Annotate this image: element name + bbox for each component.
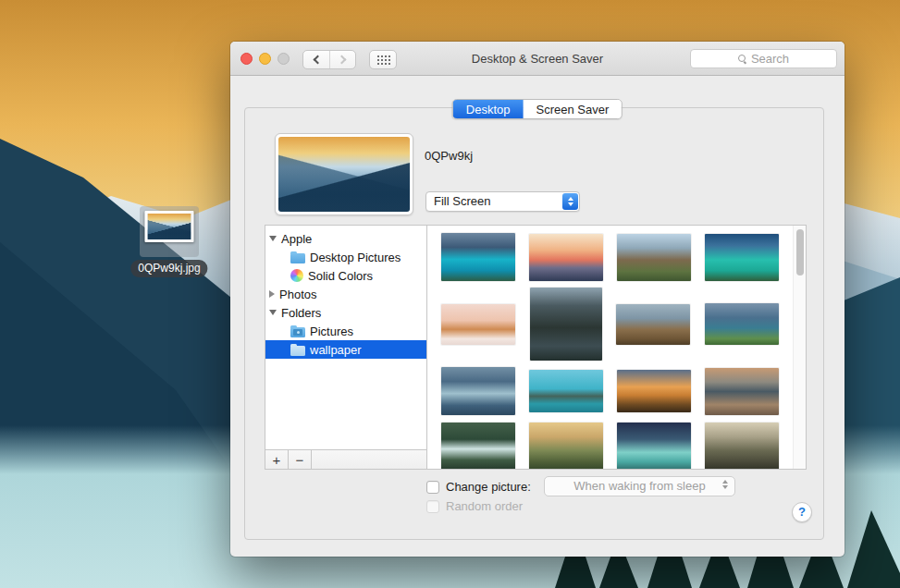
help-button[interactable]: ? xyxy=(792,502,812,522)
sidebar-group-apple[interactable]: Apple xyxy=(265,229,426,248)
titlebar[interactable]: Desktop & Screen Saver Search xyxy=(230,42,845,76)
disclosure-down-icon[interactable] xyxy=(269,236,277,241)
camera-glyph xyxy=(293,329,302,336)
grid-scrollbar[interactable] xyxy=(793,226,806,469)
folder-icon xyxy=(290,346,305,356)
source-list: Apple Desktop Pictures Solid Colors xyxy=(265,226,426,449)
change-picture-checkbox[interactable] xyxy=(426,481,439,494)
chevron-left-icon xyxy=(314,55,323,65)
search-placeholder: Search xyxy=(751,52,789,66)
wallpaper-thumbnail[interactable] xyxy=(441,423,515,469)
grid-row xyxy=(427,233,793,281)
group-label: Folders xyxy=(281,306,321,320)
tab-screen-saver[interactable]: Screen Saver xyxy=(523,100,622,118)
sidebar-footer: + − xyxy=(265,449,426,469)
current-wallpaper-well xyxy=(275,133,413,215)
wallpaper-thumbnail[interactable] xyxy=(530,288,602,361)
disclosure-down-icon[interactable] xyxy=(269,310,277,315)
sidebar-item-solid-colors[interactable]: Solid Colors xyxy=(265,266,426,285)
wallpaper-thumbnail[interactable] xyxy=(705,423,779,469)
wallpaper-thumbnail[interactable] xyxy=(617,423,691,469)
grid-row xyxy=(427,423,793,469)
wallpaper-thumbnail[interactable] xyxy=(441,304,515,345)
forward-button xyxy=(329,51,355,68)
minimize-button[interactable] xyxy=(259,53,271,65)
chevron-up-icon xyxy=(568,197,573,201)
desktop-file-thumbnail xyxy=(145,211,194,242)
desktop-file-label[interactable]: 0QPw9kj.jpg xyxy=(130,260,207,277)
close-button[interactable] xyxy=(240,53,253,65)
chevron-up-icon xyxy=(722,480,728,484)
history-nav xyxy=(302,50,356,69)
source-browser: Apple Desktop Pictures Solid Colors xyxy=(265,225,807,470)
source-sidebar: Apple Desktop Pictures Solid Colors xyxy=(265,226,427,469)
remove-folder-button[interactable]: − xyxy=(289,450,312,469)
sidebar-item-pictures[interactable]: Pictures xyxy=(265,322,426,340)
wallpaper-thumbnail[interactable] xyxy=(705,234,779,281)
tab-desktop[interactable]: Desktop xyxy=(453,100,524,118)
scale-mode-popup[interactable]: Fill Screen xyxy=(425,191,580,212)
group-label: Apple xyxy=(281,232,312,246)
current-wallpaper-preview xyxy=(278,137,410,212)
desktop-screensaver-window: Desktop & Screen Saver Search Desktop Sc… xyxy=(230,42,845,557)
sidebar-group-photos[interactable]: Photos xyxy=(265,285,426,303)
grid-row xyxy=(427,367,793,415)
desktop: 0QPw9kj.jpg Desktop & Screen Saver Sea xyxy=(0,0,900,588)
add-folder-button[interactable]: + xyxy=(265,450,289,469)
group-label: Photos xyxy=(279,288,316,301)
scale-mode-value: Fill Screen xyxy=(434,194,490,208)
wallpaper-name-label: 0QPw9kj xyxy=(425,149,473,163)
grid-row xyxy=(427,288,793,361)
desktop-file-icon[interactable] xyxy=(140,206,199,257)
wallpaper-thumbnail[interactable] xyxy=(529,234,603,281)
show-all-button[interactable] xyxy=(369,50,397,69)
random-order-label: Random order xyxy=(446,499,523,513)
wallpaper-thumbnail[interactable] xyxy=(529,370,603,412)
zoom-button xyxy=(277,53,290,65)
folder-icon xyxy=(290,253,305,263)
random-order-checkbox xyxy=(426,500,439,513)
wallpaper-thumbnail[interactable] xyxy=(617,234,691,281)
change-picture-label: Change picture: xyxy=(446,480,531,494)
change-picture-row: Change picture: xyxy=(426,480,531,494)
disclosure-right-icon[interactable] xyxy=(269,290,275,298)
chevron-down-icon xyxy=(722,485,728,489)
tab-bar: Desktop Screen Saver xyxy=(452,99,623,119)
scrollbar-thumb[interactable] xyxy=(796,229,804,276)
sidebar-item-wallpaper[interactable]: wallpaper xyxy=(265,340,426,359)
desktop-pane: 0QPw9kj Fill Screen Apple xyxy=(244,107,824,540)
wallpaper-thumbnail[interactable] xyxy=(705,368,779,415)
wallpaper-thumbnail[interactable] xyxy=(441,233,515,281)
chevron-down-icon xyxy=(568,202,573,206)
popup-stepper-icon xyxy=(722,480,728,489)
search-input[interactable]: Search xyxy=(690,49,837,68)
interval-popup: When waking from sleep xyxy=(544,476,735,496)
sidebar-group-folders[interactable]: Folders xyxy=(265,303,426,322)
wallpaper-thumbnail[interactable] xyxy=(617,370,691,412)
wallpaper-grid-pane xyxy=(427,226,806,469)
item-label: wallpaper xyxy=(310,343,362,357)
search-icon xyxy=(738,55,746,63)
interval-value: When waking from sleep xyxy=(573,479,705,493)
wallpaper-thumbnail[interactable] xyxy=(441,367,515,415)
chevron-right-icon xyxy=(337,55,346,65)
color-wheel-icon xyxy=(290,269,303,282)
random-order-row: Random order xyxy=(426,499,523,513)
back-button[interactable] xyxy=(303,51,329,68)
pictures-folder-icon xyxy=(290,327,305,337)
wallpaper-grid xyxy=(427,226,793,469)
item-label: Solid Colors xyxy=(308,269,373,283)
popup-stepper-icon xyxy=(562,193,578,210)
wallpaper-thumbnail[interactable] xyxy=(616,304,690,345)
item-label: Pictures xyxy=(310,325,353,338)
grid-icon xyxy=(376,55,390,65)
item-label: Desktop Pictures xyxy=(310,251,401,264)
wallpaper-thumbnail[interactable] xyxy=(705,303,779,345)
wallpaper-thumbnail[interactable] xyxy=(529,423,603,469)
sidebar-item-desktop-pictures[interactable]: Desktop Pictures xyxy=(265,248,426,266)
